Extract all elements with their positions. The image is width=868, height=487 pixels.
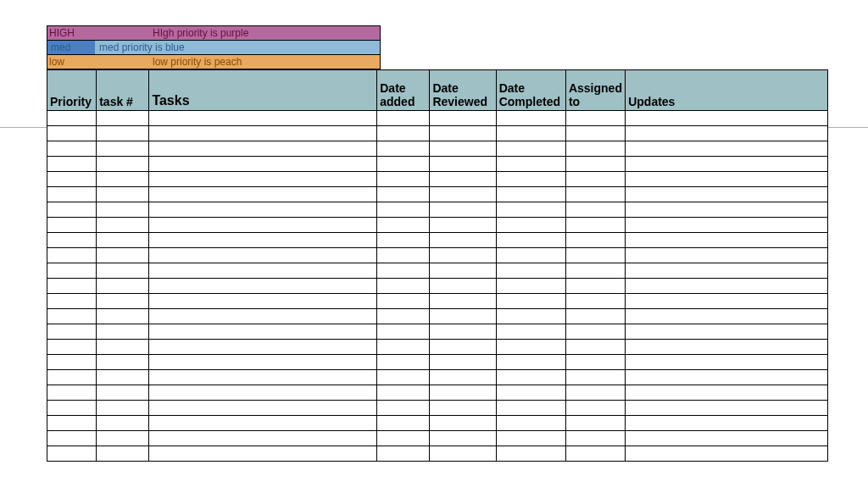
cell-priority[interactable]	[47, 446, 97, 462]
cell-tasks[interactable]	[149, 157, 377, 172]
cell-dateadded[interactable]	[377, 279, 430, 294]
cell-dateadded[interactable]	[377, 370, 430, 385]
cell-tasknum[interactable]	[97, 401, 149, 416]
cell-priority[interactable]	[47, 279, 97, 294]
cell-assignedto[interactable]	[565, 355, 625, 370]
cell-datereviewed[interactable]	[430, 218, 496, 233]
cell-datereviewed[interactable]	[430, 431, 496, 446]
cell-updates[interactable]	[626, 340, 828, 355]
cell-assignedto[interactable]	[565, 309, 625, 324]
cell-updates[interactable]	[626, 385, 828, 401]
cell-datecompleted[interactable]	[496, 157, 565, 172]
cell-datereviewed[interactable]	[430, 263, 496, 279]
cell-datecompleted[interactable]	[496, 111, 565, 126]
cell-datereviewed[interactable]	[430, 248, 496, 263]
cell-updates[interactable]	[626, 416, 828, 431]
cell-dateadded[interactable]	[377, 141, 430, 157]
cell-assignedto[interactable]	[565, 279, 625, 294]
cell-updates[interactable]	[626, 294, 828, 309]
cell-tasks[interactable]	[149, 431, 377, 446]
cell-datecompleted[interactable]	[496, 385, 565, 401]
cell-datecompleted[interactable]	[496, 309, 565, 324]
cell-tasks[interactable]	[149, 279, 377, 294]
cell-datereviewed[interactable]	[430, 385, 496, 401]
cell-tasknum[interactable]	[97, 172, 149, 187]
cell-priority[interactable]	[47, 401, 97, 416]
cell-priority[interactable]	[47, 157, 97, 172]
cell-tasknum[interactable]	[97, 370, 149, 385]
cell-assignedto[interactable]	[565, 233, 625, 248]
cell-updates[interactable]	[626, 111, 828, 126]
cell-tasks[interactable]	[149, 187, 377, 202]
cell-dateadded[interactable]	[377, 218, 430, 233]
cell-priority[interactable]	[47, 431, 97, 446]
cell-dateadded[interactable]	[377, 187, 430, 202]
cell-assignedto[interactable]	[565, 294, 625, 309]
cell-tasks[interactable]	[149, 355, 377, 370]
cell-tasks[interactable]	[149, 401, 377, 416]
cell-dateadded[interactable]	[377, 248, 430, 263]
cell-priority[interactable]	[47, 187, 97, 202]
cell-assignedto[interactable]	[565, 172, 625, 187]
cell-tasknum[interactable]	[97, 218, 149, 233]
cell-datecompleted[interactable]	[496, 355, 565, 370]
cell-dateadded[interactable]	[377, 340, 430, 355]
cell-datecompleted[interactable]	[496, 202, 565, 218]
cell-dateadded[interactable]	[377, 309, 430, 324]
cell-updates[interactable]	[626, 202, 828, 218]
cell-datereviewed[interactable]	[430, 111, 496, 126]
cell-priority[interactable]	[47, 141, 97, 157]
cell-dateadded[interactable]	[377, 431, 430, 446]
cell-datereviewed[interactable]	[430, 324, 496, 340]
cell-priority[interactable]	[47, 294, 97, 309]
cell-datereviewed[interactable]	[430, 309, 496, 324]
cell-tasknum[interactable]	[97, 446, 149, 462]
cell-priority[interactable]	[47, 218, 97, 233]
cell-datecompleted[interactable]	[496, 279, 565, 294]
cell-updates[interactable]	[626, 324, 828, 340]
cell-dateadded[interactable]	[377, 324, 430, 340]
cell-priority[interactable]	[47, 370, 97, 385]
cell-priority[interactable]	[47, 111, 97, 126]
cell-datecompleted[interactable]	[496, 294, 565, 309]
cell-tasks[interactable]	[149, 370, 377, 385]
cell-dateadded[interactable]	[377, 202, 430, 218]
cell-tasknum[interactable]	[97, 385, 149, 401]
cell-datereviewed[interactable]	[430, 157, 496, 172]
cell-dateadded[interactable]	[377, 416, 430, 431]
cell-datecompleted[interactable]	[496, 324, 565, 340]
cell-updates[interactable]	[626, 126, 828, 141]
cell-tasknum[interactable]	[97, 111, 149, 126]
cell-datereviewed[interactable]	[430, 202, 496, 218]
cell-assignedto[interactable]	[565, 324, 625, 340]
cell-datecompleted[interactable]	[496, 446, 565, 462]
cell-datecompleted[interactable]	[496, 187, 565, 202]
cell-datereviewed[interactable]	[430, 370, 496, 385]
cell-assignedto[interactable]	[565, 111, 625, 126]
cell-dateadded[interactable]	[377, 355, 430, 370]
cell-assignedto[interactable]	[565, 401, 625, 416]
cell-assignedto[interactable]	[565, 431, 625, 446]
cell-datecompleted[interactable]	[496, 263, 565, 279]
cell-tasks[interactable]	[149, 111, 377, 126]
cell-datecompleted[interactable]	[496, 218, 565, 233]
cell-tasknum[interactable]	[97, 416, 149, 431]
cell-updates[interactable]	[626, 233, 828, 248]
cell-tasknum[interactable]	[97, 202, 149, 218]
cell-datecompleted[interactable]	[496, 248, 565, 263]
cell-tasknum[interactable]	[97, 126, 149, 141]
cell-tasknum[interactable]	[97, 431, 149, 446]
cell-priority[interactable]	[47, 416, 97, 431]
cell-tasks[interactable]	[149, 385, 377, 401]
cell-tasknum[interactable]	[97, 294, 149, 309]
cell-datecompleted[interactable]	[496, 141, 565, 157]
cell-datecompleted[interactable]	[496, 126, 565, 141]
cell-datereviewed[interactable]	[430, 294, 496, 309]
cell-assignedto[interactable]	[565, 263, 625, 279]
cell-dateadded[interactable]	[377, 294, 430, 309]
cell-datereviewed[interactable]	[430, 172, 496, 187]
cell-tasks[interactable]	[149, 416, 377, 431]
cell-datereviewed[interactable]	[430, 355, 496, 370]
cell-updates[interactable]	[626, 401, 828, 416]
cell-dateadded[interactable]	[377, 385, 430, 401]
